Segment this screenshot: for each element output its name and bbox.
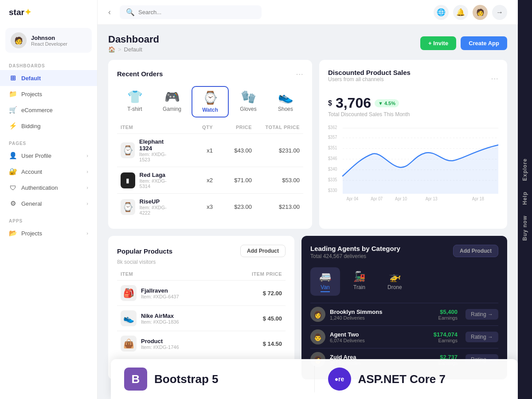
- overlay-bar: B Bootstrap 5 ●re ASP.NET Core 7: [111, 359, 518, 399]
- bootstrap-text: Bootstrap 5: [154, 372, 218, 386]
- agent-deliveries: 6,074 Deliveries: [330, 338, 365, 343]
- order-details: Red Laga Item: #XDG-5314: [140, 172, 174, 189]
- product-info: 🎒 Fjallraven Item: #XDG-6437: [121, 285, 229, 301]
- leading-agents-card: Leading Agents by Category Total 424,567…: [301, 236, 507, 379]
- trend-badge: ▼ 4.5%: [375, 99, 399, 107]
- order-id: Item: #XDG-4222: [140, 205, 174, 215]
- help-label[interactable]: Help: [522, 192, 528, 205]
- create-app-button[interactable]: Create App: [461, 36, 507, 50]
- page-header-left: Dashboard 🏠 > Default: [108, 34, 159, 53]
- sidebar-item-label: User Profile: [21, 153, 51, 159]
- pill-drone[interactable]: 🚁 Drone: [379, 267, 411, 296]
- menu-icon[interactable]: ···: [296, 69, 303, 79]
- sidebar-item-label: Default: [21, 75, 41, 82]
- sidebar: star✦ 🧑 Johnson React Developer DASHBOAR…: [0, 0, 98, 399]
- popular-header: Popular Products Add Product: [117, 245, 286, 257]
- agent-name: Brooklyn Simmons: [330, 309, 382, 315]
- topbar-avatar[interactable]: 🧑: [473, 5, 488, 20]
- sidebar-item-authentication[interactable]: 🛡 Authentication ›: [0, 180, 97, 196]
- chevron-right-icon: ›: [86, 231, 88, 236]
- leading-header-left: Leading Agents by Category Total 424,567…: [310, 245, 400, 266]
- sidebar-item-account[interactable]: 🔐 Account ›: [0, 164, 97, 180]
- topbar-arrow[interactable]: →: [492, 5, 507, 20]
- breadcrumb-current: Default: [124, 46, 142, 53]
- product-id: Item: #XDG-6437: [141, 294, 179, 299]
- explore-label[interactable]: Explore: [522, 158, 528, 181]
- order-price: $23.00: [216, 203, 252, 210]
- logo-area: star✦: [0, 0, 97, 24]
- user-icon: 👤: [9, 152, 17, 160]
- menu-icon[interactable]: ···: [491, 73, 498, 83]
- col-total: TOTAL PRICE: [255, 125, 300, 130]
- topbar-globe[interactable]: 🌐: [434, 5, 449, 20]
- order-item: ⌚ RiseUP Item: #XDG-4222: [121, 198, 174, 215]
- logo-text: star✦: [9, 7, 31, 17]
- order-id: Item: #XDG-1523: [139, 152, 174, 162]
- cat-label: Shoes: [278, 106, 293, 112]
- sidebar-item-ecommerce[interactable]: 🛒 eCommerce: [0, 102, 97, 118]
- discounted-title: Discounted Product Sales: [328, 69, 411, 76]
- invite-button[interactable]: + Invite: [420, 36, 456, 50]
- pill-train[interactable]: 🚂 Train: [344, 267, 374, 296]
- user-role: React Developer: [31, 41, 67, 47]
- col-price: ITEM PRICE: [229, 271, 282, 277]
- agent-info: Agent Two 6,074 Deliveries: [330, 331, 365, 343]
- svg-text:Apr 10: Apr 10: [395, 196, 407, 201]
- drone-icon: 🚁: [389, 271, 401, 282]
- order-details: Elephant 1324 Item: #XDG-1523: [139, 138, 174, 162]
- leading-title: Leading Agents by Category: [310, 245, 400, 252]
- buy-now-label[interactable]: Buy now: [522, 215, 528, 241]
- add-product-button-leading[interactable]: Add Product: [453, 245, 498, 257]
- rating-button[interactable]: Rating →: [466, 309, 498, 320]
- sidebar-item-projects-app[interactable]: 📂 Projects ›: [0, 225, 97, 241]
- agent-earnings: $5,400 Earnings: [438, 309, 458, 321]
- sidebar-item-user-profile[interactable]: 👤 User Profile ›: [0, 148, 97, 164]
- table-row: ▮ Red Laga Item: #XDG-5314 x2 $71.00 $53…: [117, 167, 303, 193]
- svg-text:Apr 07: Apr 07: [371, 196, 383, 201]
- topbar-notification[interactable]: 🔔: [453, 5, 468, 20]
- table-row: ⌚ RiseUP Item: #XDG-4222 x3 $23.00 $213.…: [117, 193, 303, 220]
- order-total: $213.00: [255, 203, 300, 210]
- rating-button[interactable]: Rating →: [466, 332, 498, 342]
- product-name: Nike AirMax: [141, 313, 179, 319]
- gloves-icon: 🧤: [241, 90, 256, 104]
- user-info: Johnson React Developer: [31, 35, 67, 47]
- order-qty: x2: [177, 177, 213, 184]
- svg-text:Apr 18: Apr 18: [472, 196, 484, 201]
- svg-text:$362: $362: [328, 125, 337, 130]
- sidebar-item-general[interactable]: ⚙ General ›: [0, 196, 97, 211]
- collapse-button[interactable]: ‹: [108, 8, 111, 17]
- search-input[interactable]: [138, 9, 255, 16]
- bootstrap-letter: B: [132, 372, 140, 386]
- sidebar-item-bidding[interactable]: ⚡ Bidding: [0, 118, 97, 134]
- chart-label: Total Discounted Sales This Month: [328, 111, 498, 117]
- popular-products-card: Popular Products Add Product 8k social v…: [108, 236, 294, 379]
- pill-label: Train: [353, 284, 365, 290]
- list-item: 👟 Nike AirMax Item: #XDG-1836 $ 45.00: [117, 305, 286, 331]
- train-icon: 🚂: [353, 271, 365, 282]
- topbar: ‹ 🔍 🌐 🔔 🧑 →: [98, 0, 518, 25]
- add-product-button[interactable]: Add Product: [240, 245, 286, 257]
- product-price: $ 72.00: [229, 290, 282, 297]
- home-icon[interactable]: 🏠: [108, 46, 115, 53]
- avatar: 🧑: [11, 32, 27, 48]
- overlay-aspnet[interactable]: ●re ASP.NET Core 7: [315, 368, 518, 391]
- sidebar-item-projects[interactable]: 📁 Projects: [0, 86, 97, 102]
- pill-van[interactable]: 🚐 Van: [310, 267, 340, 296]
- cat-tab-gaming[interactable]: 🎮 Gaming: [154, 86, 190, 117]
- product-name: Fjallraven: [141, 287, 179, 294]
- col-item: ITEM: [121, 125, 174, 130]
- cat-tab-watch[interactable]: ⌚ Watch: [192, 86, 229, 117]
- cat-tab-shoes[interactable]: 👟 Shoes: [268, 86, 303, 117]
- agent-deliveries: 1,240 Deliveries: [330, 315, 382, 321]
- overlay-bootstrap[interactable]: B Bootstrap 5: [111, 368, 314, 391]
- sidebar-item-label: General: [21, 200, 42, 207]
- cat-tab-gloves[interactable]: 🧤 Gloves: [231, 86, 266, 117]
- order-details: RiseUP Item: #XDG-4222: [140, 198, 174, 215]
- sidebar-item-default[interactable]: ⊞ Default: [0, 70, 97, 86]
- svg-text:$346: $346: [328, 156, 337, 161]
- table-row: 👩 Brooklyn Simmons 1,240 Deliveries $5,4…: [310, 303, 498, 325]
- logo-name: star: [9, 8, 24, 17]
- user-profile-card[interactable]: 🧑 Johnson React Developer: [5, 28, 92, 53]
- cat-tab-tshirt[interactable]: 👕 T-shirt: [117, 86, 153, 117]
